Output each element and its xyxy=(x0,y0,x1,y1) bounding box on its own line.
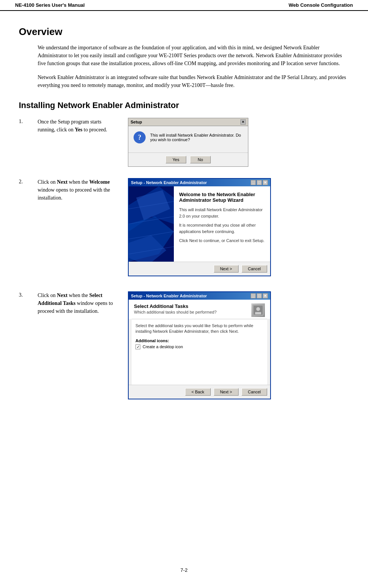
overview-para2: Network Enabler Administrator is an inte… xyxy=(38,73,349,89)
step-2-text-middle: when the xyxy=(67,179,89,185)
step-2-bold1: Next xyxy=(57,179,67,185)
page-footer: 7-2 xyxy=(0,560,368,580)
step-2: 2. Click on Next when the Welcome window… xyxy=(19,178,349,276)
step-3-image: Setup - Network Enabler Administrator _ … xyxy=(128,291,349,399)
step2-next-button[interactable]: Next > xyxy=(214,265,239,273)
step3-back-button[interactable]: < Back xyxy=(185,388,211,396)
step2-text2: It is recommended that you close all oth… xyxy=(179,222,265,235)
step2-min-btn[interactable]: _ xyxy=(251,180,256,185)
step-3: 3. Click on Next when the Select Additio… xyxy=(19,291,349,399)
header-left: NE-4100 Series User's Manual xyxy=(15,2,85,8)
step2-text1: This will install Network Enabler Admini… xyxy=(179,207,265,219)
step3-checkbox-row: ✓ Create a desktop icon xyxy=(135,344,263,349)
step3-dialog-titlebar: Setup - Network Enabler Administrator _ … xyxy=(129,292,270,300)
step-2-number: 2. xyxy=(19,179,23,184)
step-1-number: 1. xyxy=(19,119,23,124)
step-2-image: Setup - Network Enabler Administrator _ … xyxy=(128,178,349,276)
step-1-bold: Yes xyxy=(75,127,82,133)
step-3-number: 3. xyxy=(19,292,23,298)
installing-title: Installing Network Enabler Administrator xyxy=(19,101,349,110)
question-icon: ? xyxy=(134,131,146,143)
step1-yes-button[interactable]: Yes xyxy=(166,156,186,163)
step-1: 1. Once the Setup program starts running… xyxy=(19,118,349,167)
step1-no-button[interactable]: No xyxy=(190,156,211,163)
step2-text3: Click Next to continue, or Cancel to exi… xyxy=(179,238,265,244)
create-desktop-icon-label: Create a desktop icon xyxy=(143,344,183,349)
step3-group-label: Additional icons: xyxy=(135,338,263,343)
step-3-text-middle: when the xyxy=(67,292,89,298)
step1-dialog-titlebar: Setup ✕ xyxy=(128,118,248,126)
step-2-text-after: window opens to proceed with the install… xyxy=(38,187,110,201)
header-right: Web Console Configuration xyxy=(289,2,353,8)
step3-next-button[interactable]: Next > xyxy=(214,388,239,396)
step1-dialog-msg: This will install Network Enabler Admini… xyxy=(150,133,243,142)
overview-title: Overview xyxy=(19,26,349,38)
step3-cancel-button[interactable]: Cancel xyxy=(242,388,267,396)
create-desktop-icon-checkbox[interactable]: ✓ xyxy=(135,344,140,349)
step3-header-icon xyxy=(251,303,265,317)
step-1-image: Setup ✕ ? This will install Network Enab… xyxy=(128,118,349,167)
step-3-text-before: Click on xyxy=(38,292,57,298)
step3-description: Select the additional tasks you would li… xyxy=(135,323,263,335)
page-number: 7-2 xyxy=(181,567,188,573)
page-header: NE-4100 Series User's Manual Web Console… xyxy=(0,0,368,11)
step3-select-subtitle: Which additional tasks should be perform… xyxy=(134,310,217,314)
step2-dialog-titlebar: Setup - Network Enabler Administrator _ … xyxy=(129,179,270,186)
step-2-text-before: Click on xyxy=(38,179,57,185)
step2-close-btn[interactable]: ✕ xyxy=(263,180,268,185)
dialog-close-btn[interactable]: ✕ xyxy=(240,119,246,125)
svg-point-11 xyxy=(256,307,260,311)
step-3-bold1: Next xyxy=(57,292,67,298)
step-2-bold2: Welcome xyxy=(89,179,109,185)
step2-cancel-button[interactable]: Cancel xyxy=(242,265,267,273)
step2-wizard-left xyxy=(129,186,174,262)
step2-max-btn[interactable]: □ xyxy=(257,180,262,185)
svg-rect-12 xyxy=(255,312,261,314)
step3-min-btn[interactable]: _ xyxy=(251,293,256,299)
step3-close-btn[interactable]: ✕ xyxy=(263,293,268,299)
overview-para1: We understand the importance of software… xyxy=(38,44,349,67)
step2-welcome-title: Welcome to the Network Enabler Administr… xyxy=(179,192,265,203)
step-1-text-after: to proceed. xyxy=(82,127,107,133)
step2-wizard-right: Welcome to the Network Enabler Administr… xyxy=(174,186,270,262)
step3-select-title: Select Additional Tasks xyxy=(134,303,217,309)
step3-max-btn[interactable]: □ xyxy=(257,293,262,299)
